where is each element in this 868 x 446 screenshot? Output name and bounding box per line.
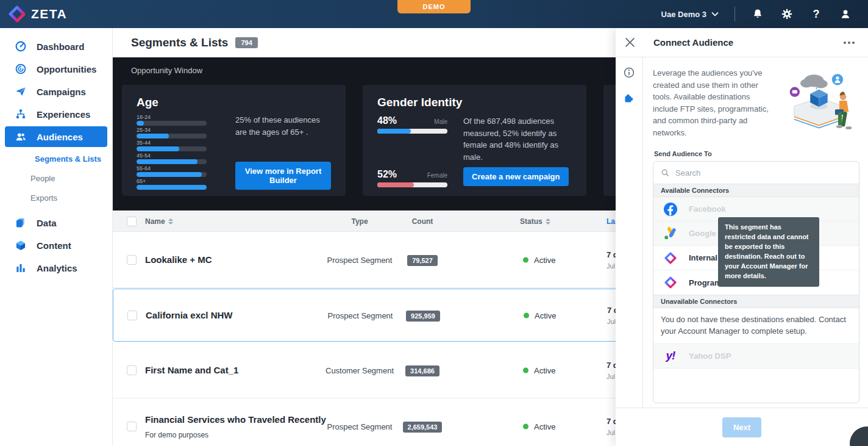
sort-icon [168,218,173,225]
age-bar-chart: 18-24 25-34 35-44 45-54 55-64 65+ [137,114,222,191]
next-button[interactable]: Next [722,417,761,437]
sidebar-sub-label: Exports [30,193,57,203]
status-label: Active [535,311,556,320]
puzzle-icon [623,92,635,104]
age-tick: 65+ [137,178,222,185]
sidebar-item-content[interactable]: Content [5,235,107,256]
male-bar-group: 48% Male [377,115,447,134]
segment-name[interactable]: Lookalike + MC [145,254,212,265]
account-switcher[interactable]: Uae Demo 3 [661,10,719,19]
age-bar-fill [137,134,169,138]
connector-yahoo-dsp: y! Yahoo DSP [653,344,859,369]
settings-button[interactable] [780,7,794,21]
google-ads-icon [663,226,678,241]
create-campaign-button[interactable]: Create a new campaign [463,167,569,186]
segment-name[interactable]: California excl NHW [146,310,233,320]
sidebar-item-exports[interactable]: Exports [0,188,112,207]
brand-name: ZETA [31,7,67,21]
segment-name[interactable]: Financial Services who Traveled Recently [145,414,326,424]
connector-label: Internal [689,253,717,262]
sidebar-item-audiences[interactable]: Audiences [5,126,107,147]
row-checkbox[interactable] [127,255,137,265]
sidebar-item-campaigns[interactable]: Campaigns [5,81,107,102]
unavailable-connectors-header: Unavailable Connectors [653,295,859,308]
female-label: Female [427,172,447,179]
header-label: Name [145,217,165,226]
zeta-brand[interactable]: ZETA [0,5,67,23]
status-dot [524,312,529,318]
segments-count-badge: 794 [235,37,257,48]
connect-illustration [781,67,859,142]
age-bar-fill [137,185,207,190]
age-bar-fill [137,121,144,126]
status-label: Active [534,365,555,375]
gear-icon [781,8,793,20]
user-icon [839,8,852,20]
connector-label: Yahoo DSP [689,351,731,361]
sidebar-item-dashboard[interactable]: Dashboard [5,36,107,57]
sidebar-label: Opportunities [37,64,96,74]
profile-button[interactable] [839,7,852,21]
count-badge: 79,527 [407,255,438,266]
sidebar-item-people[interactable]: People [0,168,112,188]
help-button[interactable]: ? [809,7,823,21]
help-icon: ? [813,8,820,21]
segment-name[interactable]: First Name and Cat_1 [145,365,238,375]
gender-description: Of the 687,498 audiences measured, 52% i… [463,115,572,163]
facebook-icon [663,202,678,217]
sidebar-item-opportunities[interactable]: Opportunities [5,59,107,79]
connectors-tab[interactable] [621,90,637,106]
restricted-data-tooltip: This segment has restricted data and can… [718,217,819,287]
panel-more-button[interactable] [844,41,855,44]
send-audience-to-label: Send Audience To [654,150,859,157]
status-dot [523,423,528,429]
sidebar-item-experiences[interactable]: Experiences [5,104,107,124]
age-tick: 55-64 [137,165,222,172]
search-input[interactable] [675,168,852,178]
age-bar-fill [137,159,197,164]
age-bar-fill [137,146,179,151]
age-bar-fill [137,172,202,177]
connector-search[interactable] [653,162,859,184]
close-panel-button[interactable] [616,38,644,47]
status-dot [523,257,528,262]
select-all-checkbox[interactable] [127,217,137,226]
column-header-count: Count [383,210,462,232]
page-title: Segments & Lists [131,36,228,49]
sidebar-item-segments-lists[interactable]: Segments & Lists [0,149,112,168]
info-icon [623,67,635,79]
info-tab[interactable] [621,65,637,81]
column-header-name[interactable]: Name [145,210,173,232]
row-checkbox[interactable] [127,311,137,320]
female-bar-fill [377,182,414,187]
bell-icon [752,8,764,20]
cube-icon [15,239,27,251]
panel-description: Leverage the audiences you've created an… [653,67,774,142]
header-label: Status [520,217,542,226]
people-icon [15,131,27,143]
bar-chart-icon [15,262,27,274]
header-label: Type [351,217,368,226]
data-stack-icon [15,217,27,229]
sidebar-item-data[interactable]: Data [5,212,107,233]
target-icon [15,63,27,75]
view-report-builder-button[interactable]: View more in Report Builder [235,162,331,190]
sidebar-label: Experiences [37,109,90,120]
age-tick: 18-24 [137,114,222,121]
notifications-button[interactable] [751,7,764,21]
male-bar-fill [377,129,411,134]
column-header-status[interactable]: Status [520,210,550,232]
sidebar-label: Data [37,218,57,228]
gender-identity-card: Gender Identity 48% Male 52% [363,85,586,196]
sidebar-label: Content [37,240,71,251]
yahoo-icon: y! [663,348,678,363]
row-checkbox[interactable] [127,422,137,431]
left-sidebar: Dashboard Opportunities Campaigns Experi… [0,28,113,446]
zeta-logo-icon [9,5,26,23]
sidebar-item-analytics[interactable]: Analytics [5,257,107,278]
age-card: Age 18-24 25-34 35-44 45-54 55-64 65+ 25… [122,85,346,196]
account-name: Uae Demo 3 [661,10,706,19]
topbar-divider [735,7,735,21]
sort-icon [546,218,550,225]
row-checkbox[interactable] [127,365,137,375]
